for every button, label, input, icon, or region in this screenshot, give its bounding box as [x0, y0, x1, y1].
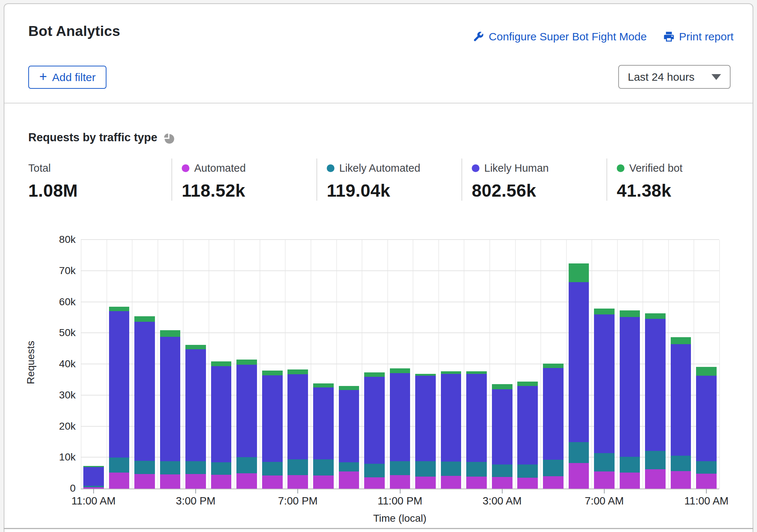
time-range-select[interactable]: Last 24 hours	[618, 65, 731, 89]
segment-likely-automated	[339, 462, 359, 471]
segment-likely-human	[185, 349, 206, 461]
bar-2-00-pm-3[interactable]	[160, 240, 181, 489]
gridline	[132, 240, 133, 489]
bar-3-00-pm-4[interactable]	[185, 240, 206, 489]
bar-5-00-am-18[interactable]	[543, 240, 564, 489]
segment-automated	[185, 474, 206, 489]
bar-7-00-am-20[interactable]	[594, 240, 615, 489]
segment-likely-human	[211, 366, 232, 462]
x-tick-mark	[297, 489, 298, 493]
bar-4-00-am-17[interactable]	[517, 240, 538, 489]
gridline	[234, 240, 235, 489]
gridline	[106, 240, 107, 489]
bar-9-00-am-22[interactable]	[645, 240, 666, 489]
bar-12-00-pm-1[interactable]	[109, 240, 130, 489]
gridline	[311, 240, 311, 489]
segment-likely-human	[415, 376, 436, 461]
bar-8-00-am-21[interactable]	[620, 240, 640, 489]
segment-likely-automated	[364, 464, 385, 477]
segment-automated	[517, 478, 538, 489]
bar-11-00-am-24[interactable]	[696, 240, 717, 489]
segment-likely-automated	[696, 461, 717, 474]
gridline	[336, 240, 337, 489]
gridline	[183, 240, 184, 489]
page-title: Bot Analytics	[28, 23, 120, 39]
segment-likely-automated	[211, 462, 232, 475]
stat-label: Total	[28, 162, 51, 174]
gridline	[693, 240, 694, 489]
stat-value: 41.38k	[617, 181, 743, 201]
stat-label: Automated	[194, 162, 246, 174]
bar-10-00-pm-11[interactable]	[364, 240, 385, 489]
segment-verified-bot	[415, 374, 436, 376]
bar-5-00-pm-6[interactable]	[236, 240, 257, 489]
bar-1-00-am-14[interactable]	[441, 240, 461, 489]
likely-automated-legend-dot	[327, 164, 334, 172]
bar-12-00-am-13[interactable]	[415, 240, 436, 489]
bar-6-00-pm-7[interactable]	[262, 240, 283, 489]
bar-7-00-pm-8[interactable]	[287, 240, 308, 489]
segment-likely-automated	[569, 442, 589, 463]
bar-9-00-pm-10[interactable]	[339, 240, 359, 489]
segment-verified-bot	[83, 466, 104, 467]
segment-automated	[109, 473, 130, 489]
gridline	[157, 240, 158, 489]
bot-analytics-card: Bot Analytics Configure Super Bot Fight …	[4, 3, 753, 532]
bar-6-00-am-19[interactable]	[569, 240, 589, 489]
segment-verified-bot	[313, 383, 334, 387]
segment-verified-bot	[594, 309, 615, 314]
stat-value: 1.08M	[28, 181, 171, 201]
segment-likely-automated	[415, 461, 436, 477]
x-tick-mark	[706, 489, 707, 493]
segment-verified-bot	[671, 337, 691, 344]
automated-legend-dot	[182, 164, 189, 172]
bar-11-00-pm-12[interactable]	[390, 240, 410, 489]
bar-10-00-am-23[interactable]	[671, 240, 691, 489]
configure-super-bot-fight-mode-link[interactable]: Configure Super Bot Fight Mode	[472, 30, 646, 43]
bar-8-00-pm-9[interactable]	[313, 240, 334, 489]
segment-automated	[441, 476, 461, 489]
segment-automated	[594, 471, 615, 489]
traffic-type-stats: Total1.08MAutomated118.52kLikely Automat…	[28, 158, 743, 201]
segment-likely-human	[645, 319, 666, 451]
segment-likely-human	[236, 365, 257, 457]
segment-likely-human	[594, 314, 615, 453]
segment-verified-bot	[262, 371, 283, 375]
segment-likely-automated	[287, 459, 308, 475]
x-tick-mark	[400, 489, 401, 493]
bar-4-00-pm-5[interactable]	[211, 240, 232, 489]
section-title: Requests by traffic type	[28, 131, 157, 144]
x-tick-mark	[604, 489, 605, 493]
pie-chart-icon	[163, 131, 175, 144]
gridline	[81, 240, 82, 489]
segment-verified-bot	[109, 307, 130, 311]
segment-likely-human	[517, 386, 538, 464]
segment-verified-bot	[466, 371, 487, 374]
segment-automated	[287, 475, 308, 489]
segment-verified-bot	[236, 360, 257, 365]
segment-likely-human	[313, 387, 334, 460]
gridline	[362, 240, 362, 489]
segment-likely-automated	[83, 486, 104, 487]
y-tick-label: 80k	[28, 234, 76, 245]
segment-automated	[620, 473, 640, 489]
bar-2-00-am-15[interactable]	[466, 240, 487, 489]
segment-verified-bot	[339, 386, 359, 390]
segment-automated	[339, 471, 359, 489]
stat-label: Likely Human	[484, 162, 549, 174]
print-report-link[interactable]: Print report	[663, 30, 734, 43]
stat-total: Total1.08M	[28, 158, 171, 201]
x-tick-label: 3:00 PM	[176, 495, 215, 507]
y-tick-label: 10k	[28, 451, 76, 463]
y-tick-label: 0	[28, 482, 76, 494]
gridline	[464, 240, 464, 489]
y-tick-label: 20k	[28, 420, 76, 432]
bar-3-00-am-16[interactable]	[492, 240, 512, 489]
segment-automated	[671, 471, 691, 489]
header-links: Configure Super Bot Fight Mode Print rep…	[472, 30, 734, 43]
segment-likely-automated	[492, 464, 512, 477]
add-filter-button[interactable]: + Add filter	[28, 66, 106, 89]
stat-value: 802.56k	[472, 181, 606, 201]
bar-11-00-am-0[interactable]	[83, 240, 104, 489]
bar-1-00-pm-2[interactable]	[134, 240, 155, 489]
